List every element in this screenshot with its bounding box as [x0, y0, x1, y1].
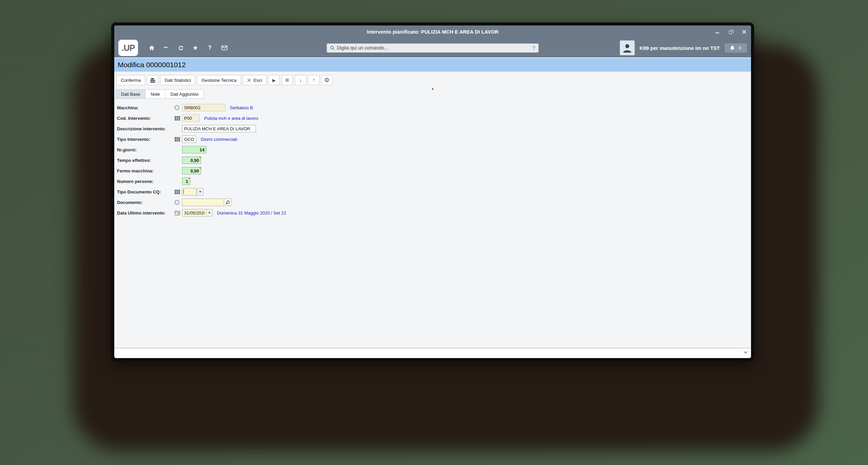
move-up-button[interactable]: ↑ [308, 75, 319, 85]
menu-button[interactable]: ≡ [281, 75, 293, 85]
search-icon [225, 200, 230, 205]
gear-icon: ⚙ [324, 76, 330, 84]
search-icon [330, 46, 335, 50]
minimize-button[interactable] [714, 29, 720, 35]
documento-input[interactable] [182, 199, 224, 206]
dati-statistici-label: Dati Statistici [164, 78, 191, 83]
esci-label: Esci [254, 78, 262, 83]
fermo-macchina-input[interactable] [182, 167, 201, 174]
numero-persone-input[interactable] [182, 178, 190, 185]
radio-circle-icon[interactable] [175, 200, 182, 205]
nav-icons: ★ ? [148, 44, 228, 51]
close-x-icon [247, 78, 251, 82]
text-caret [183, 189, 184, 194]
tab-dati-aggiuntivi[interactable]: Dati Aggiuntivi [165, 89, 204, 99]
titlebar: Intervento pianificato: PULIZIA MCH E AR… [114, 25, 751, 38]
close-button[interactable] [742, 29, 747, 35]
esci-button[interactable]: Esci [243, 75, 267, 85]
dati-statistici-button[interactable]: Dati Statistici [160, 75, 195, 85]
descrizione-label: Descrizione intervento: [117, 126, 175, 131]
conferma-button[interactable]: Conferma [116, 75, 145, 85]
window-controls [714, 25, 747, 38]
tab-dati-base[interactable]: Dati Base [116, 89, 145, 99]
search-help-icon[interactable]: ? [533, 45, 535, 51]
documento-search-button[interactable] [224, 199, 231, 206]
play-icon: ▶ [272, 78, 276, 83]
calendar-icon[interactable] [175, 210, 182, 216]
tipo-documento-cq-dropdown-button[interactable]: ▼ [197, 188, 203, 196]
fermo-macchina-label: Fermo macchina: [117, 168, 175, 173]
move-down-button[interactable]: ↓ [295, 75, 306, 85]
cod-intervento-input[interactable] [182, 114, 200, 122]
row-tipo-intervento: Tipo Intervento: Giorni commerciali [117, 135, 751, 143]
command-input[interactable] [337, 45, 530, 51]
help-icon[interactable]: ? [206, 44, 213, 51]
command-searchbox[interactable]: ? [327, 43, 539, 53]
row-cod-intervento: Cod. Intervento: Pulizia mch e area di l… [117, 114, 751, 122]
macchina-input[interactable] [182, 104, 225, 111]
settings-button[interactable]: ⚙ [321, 75, 333, 85]
close-icon [742, 30, 746, 34]
expand-panel-chevron-icon[interactable] [744, 351, 748, 354]
tipo-intervento-input[interactable] [182, 135, 196, 143]
data-ultimo-intervento-link[interactable]: Domenica 31 Maggio 2020 / Set 22 [217, 210, 286, 216]
top-toolbar: .UP ★ ? ? K89 per m [114, 38, 751, 57]
notification-count: 0 [739, 45, 741, 51]
app-logo[interactable]: .UP [118, 40, 138, 56]
bottom-panel[interactable] [114, 348, 751, 358]
row-descrizione: Descrizione intervento: [117, 125, 751, 132]
play-button[interactable]: ▶ [268, 75, 280, 85]
arrow-down-icon: ↓ [299, 77, 302, 83]
row-documento: Documento: [117, 199, 751, 206]
radio-circle-icon[interactable] [175, 105, 182, 110]
restore-button[interactable] [728, 29, 733, 35]
data-ultimo-intervento-input[interactable] [182, 209, 206, 217]
arrow-up-icon: ↑ [312, 77, 315, 83]
gestione-tecnica-label: Gestione Tecnica [201, 78, 236, 83]
grid-lookup-icon[interactable] [175, 190, 182, 194]
nr-giorni-label: Nr.giorni: [117, 147, 175, 152]
app-window: Intervento pianificato: PULIZIA MCH E AR… [111, 22, 754, 361]
tipo-documento-cq-input[interactable] [182, 188, 196, 196]
page-header: Modifica 0000001012 [114, 57, 751, 72]
page-title: Modifica 0000001012 [118, 61, 186, 69]
window-title: Intervento pianificato: PULIZIA MCH E AR… [114, 25, 751, 38]
macchina-label: Macchina: [117, 105, 175, 110]
data-ultimo-intervento-label: Data Ultimo intervento: [117, 210, 175, 216]
star-icon[interactable]: ★ [192, 44, 199, 51]
mail-icon[interactable] [221, 44, 228, 51]
grid-lookup-icon[interactable] [175, 137, 182, 142]
cod-intervento-link[interactable]: Pulizia mch e area di lavoro [204, 116, 258, 121]
user-avatar[interactable] [620, 40, 635, 55]
gestione-tecnica-button[interactable]: Gestione Tecnica [197, 75, 241, 85]
row-data-ultimo-intervento: Data Ultimo intervento: ▼ Domenica 31 Ma… [117, 209, 751, 217]
row-fermo-macchina: Fermo macchina: [117, 167, 751, 174]
descrizione-input[interactable] [182, 125, 256, 132]
tab-note[interactable]: Note [145, 89, 165, 99]
tempo-effettivo-label: Tempo effettivo: [117, 158, 175, 163]
numero-persone-label: Numero persone: [117, 179, 175, 184]
refresh-icon[interactable] [177, 44, 184, 51]
user-area: K89 per manutenzione im no TST 0 [620, 40, 747, 55]
bell-icon [730, 45, 735, 51]
notifications-button[interactable]: 0 [725, 43, 747, 53]
tab-strip: Dati Base Note Dati Aggiuntivi [116, 89, 751, 99]
row-tempo-effettivo: Tempo effettivo: [117, 156, 751, 164]
tab-label: Note [151, 92, 160, 97]
tempo-effettivo-input[interactable] [182, 156, 201, 164]
menu-icon: ≡ [285, 76, 289, 84]
nr-giorni-input[interactable] [182, 146, 206, 153]
macchina-link[interactable]: Serbatoio B [230, 105, 253, 110]
collapse-ribbon-handle[interactable]: ▲ [431, 87, 434, 90]
row-numero-persone: Numero persone: [117, 178, 751, 185]
grid-lookup-icon[interactable] [175, 116, 182, 120]
tipo-intervento-link[interactable]: Giorni commerciali [201, 137, 237, 142]
row-tipo-documento-cq: Tipo Documento CQ: ▼ [117, 188, 751, 196]
tab-label: Dati Aggiuntivi [171, 92, 198, 97]
hierarchy-button[interactable] [147, 75, 158, 85]
documento-label: Documento: [117, 200, 175, 205]
conferma-label: Conferma [121, 78, 141, 83]
data-ultimo-intervento-dropdown-button[interactable]: ▼ [206, 209, 213, 217]
undo-icon[interactable] [163, 44, 170, 51]
home-icon[interactable] [148, 44, 155, 51]
